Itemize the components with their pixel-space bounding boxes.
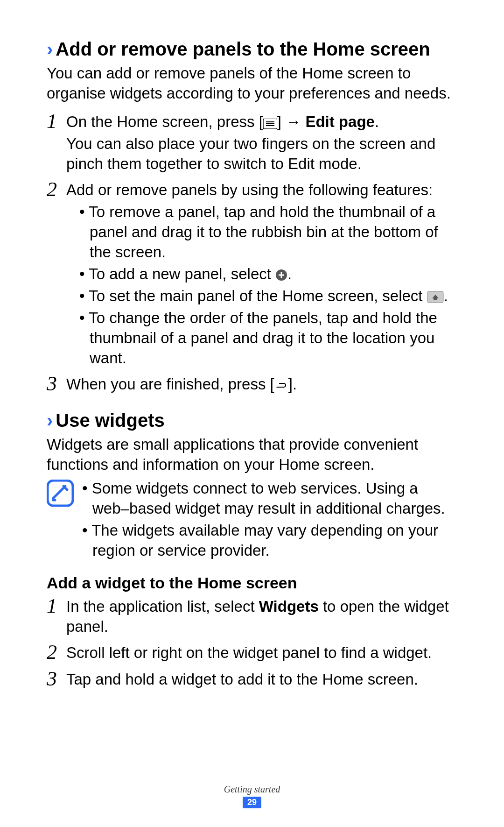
text: On the Home screen, press [ xyxy=(66,113,263,130)
step-2: 2 Scroll left or right on the widget pan… xyxy=(47,643,457,665)
step-body: Scroll left or right on the widget panel… xyxy=(66,643,457,665)
step-number: 2 xyxy=(47,642,66,663)
section-intro: You can add or remove panels of the Home… xyxy=(47,64,457,104)
step-number: 3 xyxy=(47,669,66,689)
text: When you are finished, press [ xyxy=(66,375,274,393)
text: You can also place your two fingers on t… xyxy=(66,134,457,174)
bold-text: Edit page xyxy=(305,113,375,130)
step-1: 1 On the Home screen, press [] → Edit pa… xyxy=(47,112,457,176)
step-body: When you are finished, press []. xyxy=(66,375,457,396)
list-item: To change the order of the panels, tap a… xyxy=(79,308,457,368)
menu-icon xyxy=(263,119,277,129)
text: . xyxy=(375,113,379,130)
step-3: 3 When you are finished, press []. xyxy=(47,375,457,396)
heading-text: Use widgets xyxy=(56,410,164,431)
step-number: 1 xyxy=(47,111,66,132)
list-item: To add a new panel, select . xyxy=(79,264,457,284)
plus-circle-icon xyxy=(275,269,287,281)
list-item: To remove a panel, tap and hold the thum… xyxy=(79,202,457,262)
note-list: Some widgets connect to web services. Us… xyxy=(82,479,457,563)
back-icon xyxy=(274,381,288,391)
text: To set the main panel of the Home screen… xyxy=(89,287,427,304)
step-number: 3 xyxy=(47,374,66,394)
step-3: 3 Tap and hold a widget to add it to the… xyxy=(47,670,457,692)
text: Scroll left or right on the widget panel… xyxy=(66,643,457,663)
section-heading-widgets: ›Use widgets xyxy=(47,409,457,432)
section-intro: Widgets are small applications that prov… xyxy=(47,435,457,475)
step-1: 1 In the application list, select Widget… xyxy=(47,597,457,639)
chevron-icon: › xyxy=(47,410,53,431)
svg-rect-8 xyxy=(48,481,73,506)
text: Add or remove panels by using the follow… xyxy=(66,180,457,200)
text: . xyxy=(287,265,292,283)
step-2: 2 Add or remove panels by using the foll… xyxy=(47,180,457,370)
manual-page: ›Add or remove panels to the Home screen… xyxy=(0,0,504,827)
home-button-icon xyxy=(427,291,444,303)
bullet-list: To remove a panel, tap and hold the thum… xyxy=(66,202,457,368)
step-body: Add or remove panels by using the follow… xyxy=(66,180,457,370)
list-item: The widgets available may vary depending… xyxy=(82,521,457,561)
text: In the application list, select xyxy=(66,598,259,615)
step-number: 2 xyxy=(47,179,66,200)
footer-chapter: Getting started xyxy=(0,784,504,795)
list-item: Some widgets connect to web services. Us… xyxy=(82,479,457,519)
step-body: Tap and hold a widget to add it to the H… xyxy=(66,670,457,692)
text: . xyxy=(444,287,448,304)
chevron-icon: › xyxy=(47,39,53,59)
step-body: On the Home screen, press [] → Edit page… xyxy=(66,112,457,176)
heading-text: Add or remove panels to the Home screen xyxy=(56,39,430,59)
text: ] → xyxy=(277,113,306,130)
section-heading-panels: ›Add or remove panels to the Home screen xyxy=(47,37,457,61)
note-block: Some widgets connect to web services. Us… xyxy=(47,479,457,563)
step-body: In the application list, select Widgets … xyxy=(66,597,457,639)
page-number: 29 xyxy=(243,797,261,808)
bold-text: Widgets xyxy=(259,598,319,615)
list-item: To set the main panel of the Home screen… xyxy=(79,286,457,306)
subheading-add-widget: Add a widget to the Home screen xyxy=(47,574,457,592)
text: Tap and hold a widget to add it to the H… xyxy=(66,670,457,690)
text: To add a new panel, select xyxy=(89,265,275,283)
text: ]. xyxy=(288,375,297,393)
step-number: 1 xyxy=(47,596,66,616)
page-footer: Getting started 29 xyxy=(0,784,504,808)
note-icon xyxy=(47,480,74,507)
